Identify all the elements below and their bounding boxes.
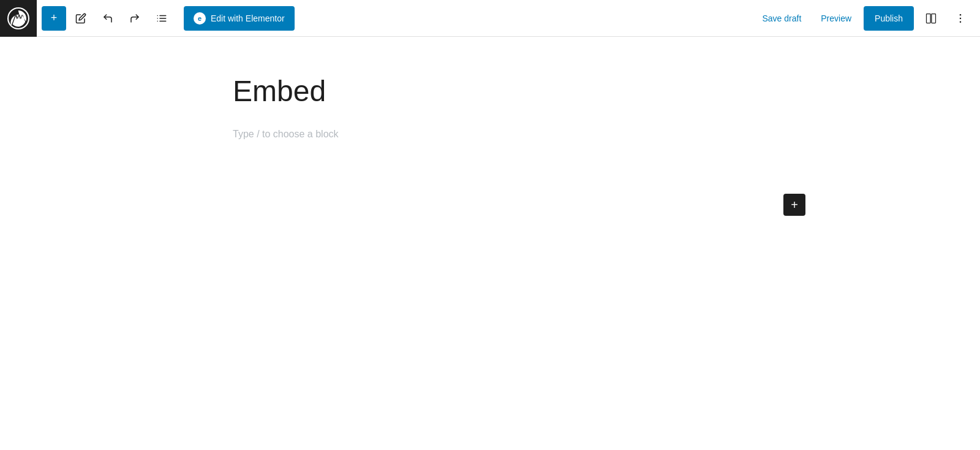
tools-button[interactable] — [69, 6, 93, 31]
list-view-button[interactable] — [149, 6, 174, 31]
publish-label: Publish — [875, 13, 903, 23]
svg-point-11 — [960, 21, 962, 23]
toolbar-left: + — [42, 6, 295, 31]
publish-button[interactable]: Publish — [864, 6, 914, 31]
plus-float-icon: + — [791, 198, 798, 212]
save-draft-label: Save draft — [762, 13, 801, 23]
wp-logo[interactable] — [0, 0, 37, 37]
undo-button[interactable] — [96, 6, 120, 31]
more-options-button[interactable] — [948, 6, 973, 31]
svg-point-9 — [960, 13, 962, 15]
main-content: Embed Type / to choose a block — [0, 37, 980, 450]
undo-icon — [102, 13, 113, 24]
toolbar: + — [0, 0, 980, 37]
editor-area: Embed Type / to choose a block — [233, 74, 747, 438]
edit-elementor-button[interactable]: e Edit with Elementor — [184, 6, 295, 31]
add-block-button[interactable]: + — [42, 6, 66, 31]
list-icon — [156, 13, 167, 24]
add-block-float-button[interactable]: + — [783, 194, 805, 216]
elementor-icon: e — [194, 12, 206, 25]
preview-button[interactable]: Preview — [813, 9, 859, 28]
svg-rect-8 — [932, 13, 936, 23]
block-placeholder[interactable]: Type / to choose a block — [233, 129, 747, 140]
svg-rect-7 — [927, 13, 931, 23]
svg-point-10 — [960, 17, 962, 19]
redo-icon — [129, 13, 140, 24]
more-options-icon — [954, 12, 967, 25]
save-draft-button[interactable]: Save draft — [755, 9, 809, 28]
view-toggle-icon — [925, 12, 937, 25]
preview-label: Preview — [821, 13, 851, 23]
toolbar-right: Save draft Preview Publish — [755, 6, 973, 31]
plus-icon: + — [51, 12, 58, 25]
redo-button[interactable] — [123, 6, 147, 31]
view-toggle-button[interactable] — [919, 6, 943, 31]
edit-elementor-label: Edit with Elementor — [211, 13, 285, 23]
post-title[interactable]: Embed — [233, 74, 747, 109]
pencil-icon — [75, 13, 86, 24]
